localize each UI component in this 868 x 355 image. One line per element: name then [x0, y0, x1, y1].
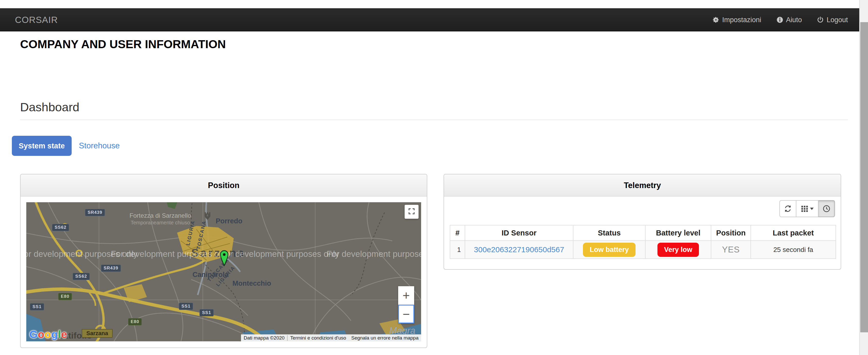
col-header-position: Position	[711, 225, 751, 240]
status-badge: Low battery	[583, 243, 636, 257]
page-scrollbar[interactable]	[859, 0, 868, 355]
battery-badge: Very low	[657, 243, 699, 257]
chevron-down-icon	[810, 207, 814, 210]
road-sign-sarzana: Sarzana	[82, 329, 113, 338]
gear-icon	[712, 16, 719, 24]
google-map[interactable]: Sarzana For development purposes only Fo…	[26, 202, 421, 341]
tab-system-state[interactable]: System state	[12, 136, 72, 156]
dev-watermark: For development purposes only	[220, 249, 339, 259]
telemetry-panel: Telemetry #	[443, 174, 841, 270]
col-header-index: #	[450, 225, 465, 240]
map-marker-pin[interactable]	[220, 250, 229, 268]
fullscreen-icon	[408, 207, 415, 216]
map-zoom-controls: + −	[398, 286, 414, 323]
auto-refresh-toggle-button[interactable]	[818, 200, 835, 217]
col-header-id: ID Sensor	[465, 225, 573, 240]
navbar: CORSAIR Impostazioni Aiuto Logout	[0, 8, 859, 31]
google-letter: l	[58, 328, 61, 340]
report-error-link[interactable]: Segnala un errore nella mappa	[349, 335, 421, 341]
map-label-fortezza: Fortezza di Sarzanello	[119, 212, 202, 219]
col-header-battery: Battery level	[645, 225, 711, 240]
position-value: YES	[722, 245, 740, 254]
clock-icon	[823, 205, 830, 213]
nav-logout[interactable]: Logout	[817, 16, 848, 24]
road-badge-ss62: SS62	[52, 224, 69, 231]
nav-settings[interactable]: Impostazioni	[712, 16, 761, 24]
road-badge-e80: E80	[128, 318, 142, 325]
page-title: COMPANY AND USER INFORMATION	[20, 38, 226, 51]
col-header-lastpacket: Last packet	[751, 225, 836, 240]
terms-link[interactable]: Termini e condizioni d'uso	[287, 335, 349, 341]
road-badge-ss1: SS1	[30, 303, 44, 311]
road-badge-sr439: SR439	[85, 209, 105, 216]
nav-help-label: Aiuto	[786, 16, 802, 24]
nav-settings-label: Impostazioni	[722, 16, 761, 24]
scrollbar-thumb[interactable]	[860, 22, 868, 332]
map-data-copyright: Dati mappa ©2020	[241, 335, 287, 341]
divider	[20, 120, 848, 120]
position-panel-title: Position	[21, 174, 427, 197]
columns-icon	[801, 205, 808, 213]
google-letter: G	[29, 328, 38, 340]
map-fullscreen-button[interactable]	[405, 205, 418, 219]
tile-seam	[26, 300, 421, 300]
table-row: 1 300e2063227190650d567 Low battery Very…	[450, 240, 836, 259]
top-gap	[0, 0, 859, 8]
info-icon	[776, 16, 783, 24]
road-badge-ss62: SS62	[73, 273, 90, 280]
brand-logo: CORSAIR	[15, 8, 58, 31]
google-logo[interactable]: Google	[29, 328, 67, 341]
road-badge-e80: E80	[58, 293, 72, 300]
zoom-in-button[interactable]: +	[398, 286, 414, 305]
google-letter: g	[51, 328, 58, 340]
telemetry-panel-title: Telemetry	[444, 174, 841, 197]
map-label-montecchio: Montecchio	[232, 280, 271, 288]
section-title: Dashboard	[20, 100, 80, 114]
zoom-out-button[interactable]: −	[398, 305, 414, 323]
map-label-porredo: Porredo	[216, 217, 243, 225]
refresh-icon	[784, 205, 792, 213]
google-letter: e	[61, 328, 67, 340]
dev-watermark: For development purposes only	[111, 249, 230, 259]
tile-seam	[315, 202, 315, 341]
position-panel: Position	[20, 174, 427, 348]
table-header-row: # ID Sensor Status Battery level Positio…	[450, 225, 836, 240]
road-badge-ss1: SS1	[199, 309, 214, 316]
dev-watermark: For development purposes only	[327, 249, 421, 259]
google-letter: o	[38, 328, 44, 340]
nav-logout-label: Logout	[827, 16, 848, 24]
dashboard-page: CORSAIR Impostazioni Aiuto Logout COMPAN…	[0, 0, 868, 355]
navbar-menu: Impostazioni Aiuto Logout	[712, 8, 848, 31]
table-toolbar	[779, 200, 835, 217]
power-icon	[817, 16, 824, 24]
telemetry-table: # ID Sensor Status Battery level Positio…	[450, 225, 836, 259]
sensor-id-link[interactable]: 300e2063227190650d567	[474, 245, 564, 254]
columns-button[interactable]	[796, 200, 818, 217]
map-attribution: Dati mappa ©2020 Termini e condizioni d'…	[241, 334, 421, 341]
last-packet-value: 25 secondi fa	[773, 246, 813, 254]
road-badge-ss1: SS1	[179, 303, 193, 310]
nav-help[interactable]: Aiuto	[776, 16, 802, 24]
tab-storehouse[interactable]: Storehouse	[79, 136, 120, 156]
google-letter: o	[44, 328, 51, 340]
tile-seam	[99, 202, 99, 341]
row-index: 1	[450, 240, 465, 259]
road-badge-sr439: SR439	[101, 265, 121, 272]
col-header-status: Status	[573, 225, 645, 240]
refresh-button[interactable]	[779, 200, 796, 217]
